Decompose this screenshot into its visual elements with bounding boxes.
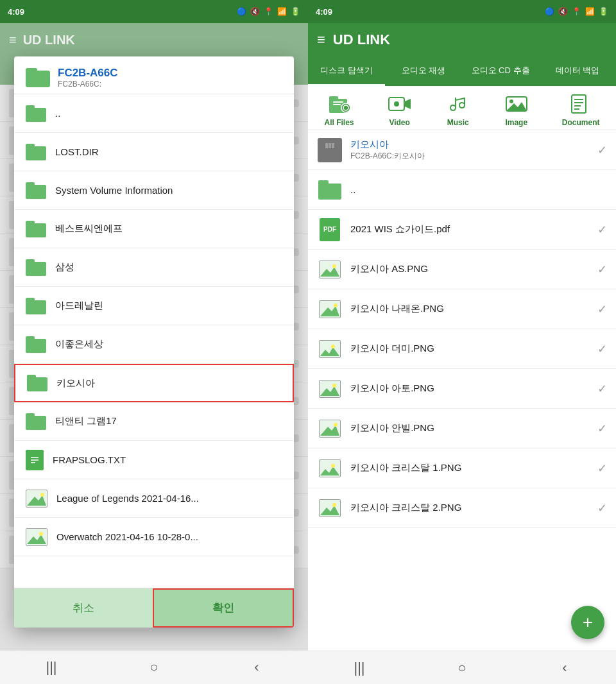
check-icon: ✓ <box>597 223 607 237</box>
folder-icon <box>26 413 46 430</box>
right-status-time: 4:09 <box>316 7 332 17</box>
list-item[interactable]: 티앤티 그램17 <box>14 402 294 441</box>
filetype-document[interactable]: Document <box>562 92 600 127</box>
list-item[interactable]: 아드레날린 <box>14 287 294 325</box>
folder-icon <box>317 177 343 203</box>
list-item[interactable]: 키오시아 아토.PNG ✓ <box>308 369 616 409</box>
svg-rect-11 <box>329 96 338 100</box>
list-item[interactable]: 이좋은세상 <box>14 325 294 364</box>
list-item[interactable]: FRAPSLOG.TXT <box>14 441 294 479</box>
item-text: 키오시아 AS.PNG <box>350 263 590 275</box>
hamburger-icon[interactable]: ≡ <box>317 31 325 48</box>
right-nav-home[interactable]: ○ <box>443 651 481 685</box>
folder-icon <box>27 375 47 391</box>
list-item[interactable]: Overwatch 2021-04-16 10-28-0... <box>14 518 294 556</box>
folder-icon <box>26 336 46 353</box>
dialog-header-text: FC2B-A66C FC2B-A66C: <box>58 67 118 89</box>
right-nav-menu[interactable]: ||| <box>340 651 379 685</box>
item-text: .. <box>350 184 607 195</box>
right-file-list: 키오시아 FC2B-A66C:키오시아 ✓ .. PDF 2021 WIS 쇼가… <box>308 130 616 651</box>
list-item[interactable]: LOST.DIR <box>14 133 294 171</box>
document-icon <box>568 92 594 115</box>
image-file-icon <box>26 528 47 546</box>
pdf-file-icon: PDF <box>317 217 343 243</box>
left-menu-icon[interactable]: ≡ <box>9 33 17 47</box>
right-tab-bar: 디스크 탐색기 오디오 재생 오디오 CD 추출 데이터 백업 <box>308 56 616 86</box>
image-file-icon <box>317 495 343 521</box>
video-icon <box>387 92 413 115</box>
image-label: Image <box>505 118 527 127</box>
filetype-image[interactable]: Image <box>504 92 529 127</box>
left-nav-back[interactable]: ‹ <box>237 651 276 684</box>
image-file-icon <box>317 376 343 402</box>
item-text: 2021 WIS 쇼가이드.pdf <box>350 223 590 235</box>
image-file-icon <box>317 456 343 481</box>
right-bottom-nav: ||| ○ ‹ <box>308 651 616 684</box>
dialog-title: FC2B-A66C <box>58 67 118 80</box>
list-item[interactable]: 키오시아 안빌.PNG ✓ <box>308 409 616 449</box>
list-item[interactable]: 키오시아 크리스탈 1.PNG ✓ <box>308 449 616 488</box>
left-nav-menu[interactable]: ||| <box>32 651 71 684</box>
folder-icon <box>26 182 46 199</box>
sd-card-icon <box>317 137 343 163</box>
image-file-icon <box>317 336 343 362</box>
left-status-bar: 4:09 🔵 🔇 📍 📶 🔋 <box>0 0 308 23</box>
confirm-button[interactable]: 확인 <box>153 588 294 628</box>
right-nav-back[interactable]: ‹ <box>545 651 584 685</box>
filetype-video[interactable]: Video <box>387 92 413 127</box>
left-app-bar: ≡ UD LINK <box>0 23 308 56</box>
svg-line-16 <box>349 111 351 113</box>
right-status-bar: 4:09 🔵 🔇 📍 📶 🔋 <box>308 0 616 23</box>
list-item[interactable]: 삼성 <box>14 248 294 287</box>
fab-add-button[interactable]: + <box>571 606 604 639</box>
svg-point-34 <box>332 264 336 268</box>
list-item[interactable]: PDF 2021 WIS 쇼가이드.pdf ✓ <box>308 210 616 250</box>
svg-marker-22 <box>506 102 527 111</box>
allfiles-label: All Files <box>325 118 354 127</box>
tab-disk-explorer[interactable]: 디스크 탐색기 <box>308 56 385 86</box>
svg-rect-12 <box>333 101 343 103</box>
svg-rect-23 <box>572 95 586 113</box>
allfiles-icon <box>327 92 352 115</box>
dialog-folder-icon <box>26 68 50 87</box>
list-item[interactable]: .. <box>308 170 616 210</box>
tab-audio-play[interactable]: 오디오 재생 <box>385 56 462 86</box>
music-label: Music <box>447 118 469 127</box>
dialog-subtitle: FC2B-A66C: <box>58 80 118 89</box>
right-panel: 4:09 🔵 🔇 📍 📶 🔋 ≡ UD LINK 디스크 탐색기 오디오 재생 … <box>308 0 616 684</box>
item-text: 키오시아 FC2B-A66C:키오시아 <box>350 139 590 162</box>
item-text: 키오시아 안빌.PNG <box>350 422 590 434</box>
svg-rect-29 <box>325 143 328 148</box>
text-file-icon <box>26 450 44 470</box>
list-item[interactable]: League of Legends 2021-04-16... <box>14 479 294 518</box>
svg-rect-30 <box>329 143 331 148</box>
folder-icon <box>26 105 46 122</box>
list-item[interactable]: 키오시아 FC2B-A66C:키오시아 ✓ <box>308 130 616 170</box>
list-item-selected[interactable]: 키오시아 <box>14 364 294 402</box>
item-text: 키오시아 아토.PNG <box>350 382 590 395</box>
dialog-header: FC2B-A66C FC2B-A66C: <box>14 56 294 94</box>
left-bottom-nav: ||| ○ ‹ <box>0 651 308 684</box>
cancel-button[interactable]: 취소 <box>14 588 153 628</box>
list-item[interactable]: 키오시아 크리스탈 2.PNG ✓ <box>308 488 616 528</box>
list-item[interactable]: .. <box>14 94 294 133</box>
svg-point-14 <box>341 103 350 112</box>
list-item[interactable]: System Volume Information <box>14 171 294 210</box>
right-app-bar: ≡ UD LINK <box>308 23 616 56</box>
list-item[interactable]: 키오시아 더미.PNG ✓ <box>308 329 616 369</box>
list-item[interactable]: 베스트씨엔에프 <box>14 210 294 248</box>
list-item[interactable]: 키오시아 AS.PNG ✓ <box>308 250 616 289</box>
check-icon: ✓ <box>597 501 607 515</box>
left-panel: 4:09 🔵 🔇 📍 📶 🔋 ≡ UD LINK 디스크 탐색기 오디오 재생 … <box>0 0 308 684</box>
check-icon: ✓ <box>597 461 607 475</box>
tab-data-backup[interactable]: 데이터 백업 <box>539 56 616 86</box>
left-nav-home[interactable]: ○ <box>135 651 173 684</box>
image-file-icon <box>26 490 47 508</box>
list-item[interactable]: 키오시아 나래온.PNG ✓ <box>308 289 616 329</box>
item-text: 키오시아 나래온.PNG <box>350 303 590 315</box>
filetype-music[interactable]: Music <box>445 92 471 127</box>
tab-cd-extract[interactable]: 오디오 CD 추출 <box>462 56 539 86</box>
check-icon: ✓ <box>597 382 607 396</box>
filetype-allfiles[interactable]: All Files <box>325 92 354 127</box>
svg-rect-13 <box>333 104 341 105</box>
